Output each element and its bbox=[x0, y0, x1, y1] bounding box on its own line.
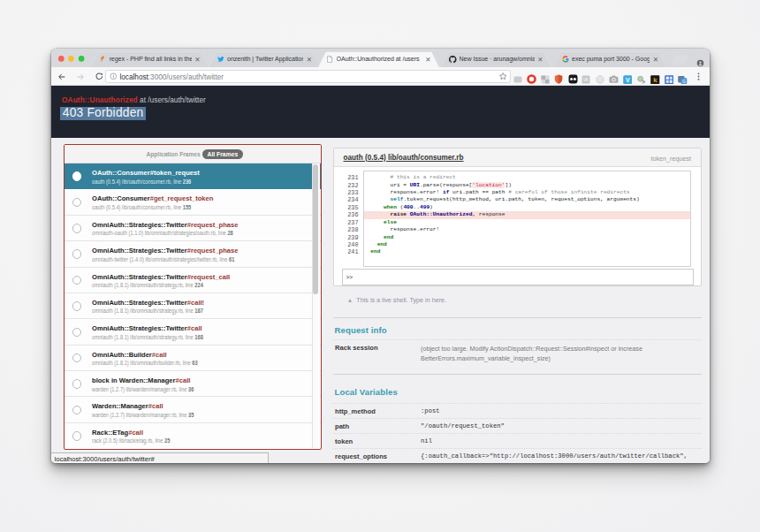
svg-text:G: G bbox=[682, 78, 686, 83]
svg-text:VK: VK bbox=[583, 78, 589, 82]
svg-text:js: js bbox=[641, 80, 645, 84]
svg-text:V: V bbox=[626, 76, 630, 82]
svg-text:k: k bbox=[653, 76, 657, 84]
